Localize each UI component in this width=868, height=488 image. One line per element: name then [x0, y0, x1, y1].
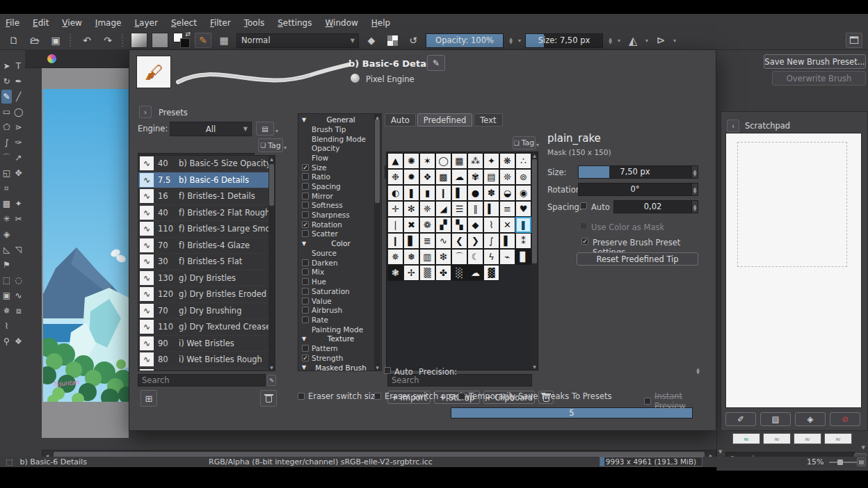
tab-text[interactable]: Text	[474, 113, 502, 127]
tab-auto[interactable]: Auto	[385, 113, 416, 127]
brush-tip-cell[interactable]: ◐	[387, 185, 403, 201]
brush-tip-cell[interactable]: ✺	[403, 153, 419, 169]
new-document-icon[interactable]: 🗋	[6, 33, 22, 48]
brush-tip-cell[interactable]: ✻	[403, 201, 419, 217]
precision-spinner[interactable]: ▲▼	[695, 365, 701, 376]
brush-tip-cell[interactable]: ❖	[419, 169, 435, 185]
tool-ellipse[interactable]: ◯	[13, 105, 24, 119]
add-resource-button[interactable]: ⊞	[140, 390, 157, 407]
rotation-spinner[interactable]: ▲▼	[691, 184, 698, 195]
option-row[interactable]: Brush Tip	[298, 124, 381, 134]
tool-ellipse-select[interactable]: ◌	[13, 273, 24, 287]
menu-filter[interactable]: Filter	[210, 18, 231, 28]
option-row[interactable]: Softness	[298, 201, 381, 211]
rename-preset-button[interactable]: ✎	[427, 55, 445, 71]
option-row[interactable]: Source	[298, 248, 381, 258]
tool-edit-shapes[interactable]: ↻	[1, 74, 12, 88]
option-row[interactable]: Mirror	[298, 191, 381, 201]
brush-tip-cell[interactable]: ✛	[387, 201, 403, 217]
brush-tip-cell[interactable]: ◯	[435, 153, 451, 169]
option-row[interactable]: Scatter	[298, 229, 381, 239]
preset-row[interactable]: ∿7.5b) Basic-6 Details	[138, 172, 275, 189]
preserve-alpha-toggle[interactable]	[384, 33, 401, 48]
opacity-spinner[interactable]: ▲▼	[508, 37, 514, 44]
option-checkbox[interactable]	[302, 183, 309, 190]
zoom-thumb[interactable]	[837, 459, 843, 465]
option-row[interactable]: Rotation	[298, 220, 381, 229]
option-row[interactable]: Pattern	[298, 343, 381, 353]
brush-tip-cell[interactable]: ▌	[451, 185, 467, 201]
brush-tip-cell[interactable]: ❘	[387, 217, 403, 233]
brush-tip-cell[interactable]: ⌁	[499, 249, 515, 265]
brush-tip-cell[interactable]: ▩	[435, 169, 451, 185]
menu-view[interactable]: View	[62, 18, 81, 28]
brush-tip-cell[interactable]: ✖	[403, 217, 419, 233]
preset-row[interactable]: ∿110g) Dry Textured Creases	[138, 319, 275, 336]
preset-row[interactable]: ∿40f) Bristles-2 Flat Rough	[138, 205, 275, 222]
brush-tip-cell[interactable]: ❊	[499, 169, 515, 185]
tool-measure[interactable]: ◺	[1, 243, 12, 257]
scroll-thumb[interactable]	[269, 164, 274, 206]
option-checkbox[interactable]	[302, 298, 309, 304]
option-checkbox[interactable]	[302, 193, 309, 200]
preset-row[interactable]: ∿16f) Bristles-1 Details	[138, 188, 275, 205]
option-checkbox[interactable]	[302, 345, 309, 352]
fg-bg-color-selector[interactable]: ⇄	[172, 32, 191, 49]
preset-row[interactable]: ∿130g) Dry Bristles	[138, 270, 275, 287]
reload-preset-icon[interactable]: ↺	[405, 33, 421, 48]
engine-filter-dropdown[interactable]: All ▼	[170, 122, 252, 136]
brush-tip-cell[interactable]: ✾	[467, 169, 483, 185]
chevron-down-icon[interactable]: ▾	[284, 145, 287, 151]
document-tab[interactable]	[25, 49, 129, 68]
option-row[interactable]: Painting Mode	[298, 325, 381, 334]
option-checkbox[interactable]	[302, 316, 309, 323]
option-row[interactable]: Value	[298, 296, 381, 306]
brush-tip-cell[interactable]: ⁂	[467, 153, 483, 169]
brush-tip-cell[interactable]: ✶	[419, 153, 435, 169]
tip-size-spinbox[interactable]: 7,50 px ▲▼	[578, 165, 698, 179]
brush-tip-cell[interactable]: ❚	[515, 217, 531, 233]
chevron-down-icon[interactable]: ▾	[618, 38, 620, 44]
tool-pan[interactable]: ❖	[13, 334, 24, 348]
brush-tip-cell[interactable]: ◆	[467, 217, 483, 233]
brush-tip-cell[interactable]: ☰	[451, 201, 467, 217]
menu-image[interactable]: Image	[95, 18, 122, 28]
option-row[interactable]: Blending Mode	[298, 134, 381, 144]
fill-gradient-button[interactable]: ▧	[760, 412, 791, 426]
brush-tip-cell[interactable]: ≡	[499, 201, 515, 217]
tool-transform-select[interactable]: ➤	[1, 59, 12, 73]
option-row[interactable]: Sharpness	[298, 210, 381, 220]
spacing-auto-checkbox[interactable]	[580, 202, 587, 209]
chevron-down-icon[interactable]: ▾	[518, 38, 521, 44]
swap-colors-icon[interactable]: ⇄	[185, 31, 191, 38]
tag-button[interactable]: ❏ Tag	[258, 138, 283, 152]
brush-tip-cell[interactable]: ✽	[483, 185, 499, 201]
preset-row[interactable]: ∿90i) Wet Bristles	[138, 336, 275, 352]
pattern-chooser[interactable]	[152, 33, 168, 48]
tool-gradient[interactable]: ▩	[1, 197, 12, 211]
brush-tip-cell[interactable]: ❙	[387, 233, 403, 249]
workspace-chooser-button[interactable]: 🗔	[846, 33, 862, 48]
brush-tip-cell[interactable]: ❇	[435, 249, 451, 265]
preset-row[interactable]: ∿30f) Bristles-5 Flat	[138, 254, 275, 270]
scroll-down-icon[interactable]: ▼	[374, 365, 380, 370]
brush-tip-cell[interactable]: ◒	[499, 185, 515, 201]
scratchpad-collapse-button[interactable]: ‹	[727, 120, 739, 132]
tip-grid-scrollbar[interactable]: ▲ ▼	[531, 152, 538, 370]
chevron-down-icon[interactable]: ▾	[645, 38, 648, 44]
menu-settings[interactable]: Settings	[278, 18, 312, 28]
chevron-down-icon[interactable]: ▼	[862, 445, 865, 450]
save-new-brush-preset-button[interactable]: Save New Brush Preset...	[764, 54, 866, 69]
brush-tip-cell[interactable]: ◉	[515, 185, 531, 201]
tip-rotation-spinbox[interactable]: 0° ▲▼	[578, 183, 698, 196]
brush-tip-cell[interactable]: ☁	[451, 169, 467, 185]
brush-tip-cell[interactable]: ∫	[483, 233, 499, 249]
tool-bezier-select[interactable]: ⌇	[1, 319, 12, 333]
eraser-toggle[interactable]: ◆	[363, 33, 380, 48]
option-checkbox[interactable]	[302, 230, 309, 237]
footer-checkbox[interactable]	[374, 393, 381, 400]
tool-contiguous-select[interactable]: ✵	[1, 304, 12, 318]
brush-tip-cell[interactable]: ⌇	[483, 217, 499, 233]
delete-preset-button[interactable]	[260, 390, 277, 407]
tool-pattern-edit[interactable]: ✳	[1, 212, 12, 226]
